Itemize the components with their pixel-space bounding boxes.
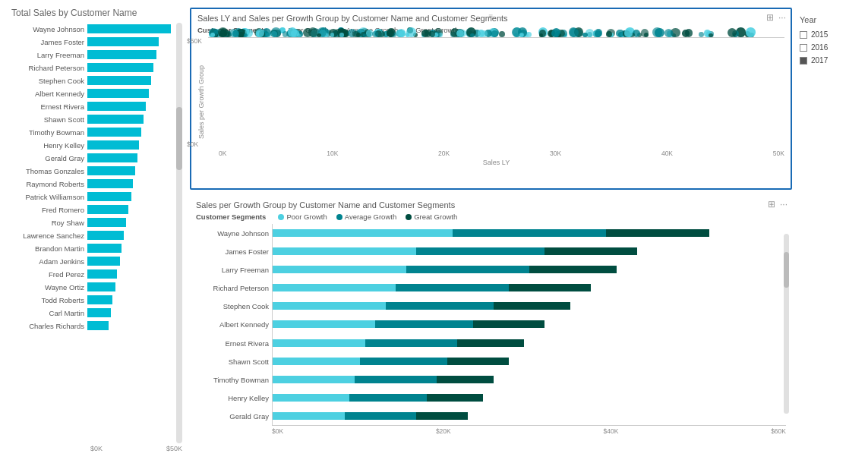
hbar-segment xyxy=(360,358,447,365)
year-items: 201520162017 xyxy=(800,30,860,65)
scatter-area: Sales per Growth Group $50K $0K 0K10 xyxy=(197,37,784,166)
bar-fill xyxy=(87,63,153,72)
bar-row: Gerald Gray xyxy=(8,152,175,164)
bar-fill xyxy=(87,321,109,330)
bar-fill xyxy=(87,140,139,150)
hbar-scrollbar-thumb[interactable] xyxy=(784,252,789,288)
year-checkbox[interactable] xyxy=(800,31,807,39)
hbar-segment xyxy=(273,339,365,347)
scatter-dot xyxy=(682,30,690,37)
bar-row: James Foster xyxy=(8,36,175,48)
bar-fill xyxy=(87,102,146,111)
bar-label: Brandon Martin xyxy=(8,244,87,253)
scatter-dot xyxy=(551,30,559,37)
scatter-dot xyxy=(582,33,587,37)
bar-label: Thomas Gonzales xyxy=(8,167,87,175)
bar-fill xyxy=(87,257,120,266)
hbar-segment xyxy=(375,320,472,328)
hbar-poor-dot xyxy=(278,214,284,220)
hbar-segment xyxy=(273,358,360,365)
hbar-segment xyxy=(273,229,453,237)
bar-row: Richard Peterson xyxy=(8,61,175,74)
hbar-more-icon[interactable]: ··· xyxy=(780,199,788,210)
bar-track xyxy=(87,128,175,137)
scatter-dot xyxy=(387,30,394,37)
left-scrollbar-thumb[interactable] xyxy=(176,107,182,170)
drag-handle[interactable]: ≡ xyxy=(489,12,494,20)
bar-row: Henry Kelley xyxy=(8,139,175,151)
bar-track xyxy=(87,321,175,330)
bar-fill xyxy=(87,115,144,124)
scatter-dot xyxy=(499,31,505,37)
bar-row: Brandon Martin xyxy=(8,242,175,254)
hbar-segment xyxy=(273,394,349,402)
bar-label: Timothy Bowman xyxy=(8,128,87,137)
bar-track xyxy=(87,140,175,150)
bar-track xyxy=(87,257,175,266)
scatter-dot xyxy=(330,33,335,37)
bar-fill xyxy=(87,153,137,162)
year-item[interactable]: 2015 xyxy=(800,30,860,39)
scatter-dot xyxy=(652,27,662,37)
bar-label: Henry Kelley xyxy=(8,141,87,150)
hbar-label: Shawn Scott xyxy=(196,358,272,366)
year-label: 2017 xyxy=(811,56,828,65)
bar-row: Larry Freeman xyxy=(8,49,175,61)
left-scrollbar[interactable] xyxy=(176,23,182,443)
bar-label: Wayne Ortiz xyxy=(8,283,87,291)
hbar-chart-icons: ⊞ ··· xyxy=(768,199,788,210)
bar-row: Wayne Ortiz xyxy=(8,281,175,293)
year-checkbox[interactable] xyxy=(800,44,807,52)
hbar-segment xyxy=(509,284,591,291)
hbar-bar-row xyxy=(273,411,786,421)
bar-label: James Foster xyxy=(8,38,87,46)
scatter-x-ticks: 0K10K20K30K40K50K xyxy=(208,150,784,157)
scatter-dot xyxy=(232,30,239,37)
bar-label: Adam Jenkins xyxy=(8,257,87,266)
bar-label: Charles Richards xyxy=(8,322,87,330)
scatter-dot xyxy=(709,33,712,37)
left-chart-title: Total Sales by Customer Name xyxy=(8,8,182,18)
hbar-bar-row xyxy=(273,228,786,238)
bar-row: Ernest Rivera xyxy=(8,100,175,112)
bar-fill xyxy=(87,89,149,98)
hbar-expand-icon[interactable]: ⊞ xyxy=(768,199,775,210)
hbar-chart: ⊞ ··· Sales per Growth Group by Customer… xyxy=(190,196,792,452)
more-icon[interactable]: ··· xyxy=(778,12,786,23)
hbar-bar-row xyxy=(273,319,786,329)
bar-track xyxy=(87,218,175,227)
scatter-dot xyxy=(595,30,601,37)
scatter-dot xyxy=(470,33,474,37)
hbar-label: Albert Kennedy xyxy=(196,320,272,329)
page: Total Sales by Customer Name Wayne Johns… xyxy=(0,0,868,460)
hbar-legend-avg: Average Growth xyxy=(336,213,396,221)
bar-row: Fred Perez xyxy=(8,268,175,280)
year-item[interactable]: 2016 xyxy=(800,43,860,52)
scatter-dot xyxy=(238,32,244,37)
bar-row: Wayne Johnson xyxy=(8,23,175,35)
bar-label: Richard Peterson xyxy=(8,64,87,72)
year-item[interactable]: 2017 xyxy=(800,56,860,65)
hbar-bar-row xyxy=(273,392,786,403)
hbar-x-ticks: $0K$20K$40K$60K xyxy=(196,427,786,435)
hbar-scrollbar[interactable] xyxy=(784,234,789,414)
hbar-segment xyxy=(606,229,709,237)
bar-label: Stephen Cook xyxy=(8,77,87,85)
hbar-segment xyxy=(416,412,468,420)
bar-track xyxy=(87,37,175,46)
expand-icon[interactable]: ⊞ xyxy=(766,12,774,23)
hbar-segment xyxy=(273,376,355,383)
bar-track xyxy=(87,244,175,253)
bar-row: Lawrence Sanchez xyxy=(8,229,175,241)
bar-label: Wayne Johnson xyxy=(8,25,87,33)
hbar-avg-dot xyxy=(336,214,342,220)
left-x-axis: $0K $50K xyxy=(8,445,182,452)
bar-track xyxy=(87,166,175,175)
bar-row: Patrick Williamson xyxy=(8,191,175,203)
year-checkbox[interactable] xyxy=(800,57,807,65)
hbar-legend: Customer Segments Poor Growth Average Gr… xyxy=(196,213,786,221)
scatter-dot xyxy=(746,27,756,37)
bar-label: Albert Kennedy xyxy=(8,90,87,98)
hbar-segment xyxy=(355,376,437,383)
bar-track xyxy=(87,115,175,124)
